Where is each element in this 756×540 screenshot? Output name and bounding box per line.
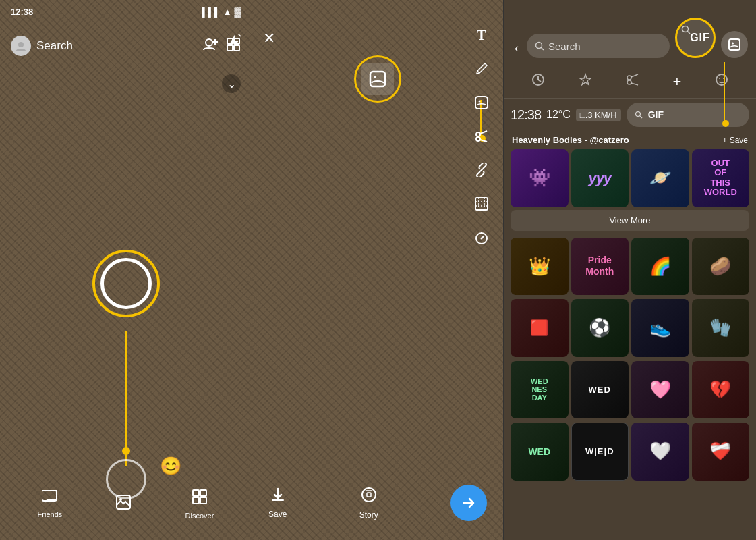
sticker-item[interactable]: 🪐 [631, 149, 689, 207]
save-icon [270, 487, 286, 507]
capture-ring-outer[interactable] [92, 250, 160, 317]
gif-search-bar[interactable]: GIF [627, 103, 749, 127]
timer-tool[interactable] [471, 227, 492, 248]
search-placeholder[interactable]: Search [548, 40, 581, 52]
discover-label: Discover [185, 512, 214, 520]
sticker-item[interactable]: 🟥 [511, 299, 569, 357]
sticker-item[interactable]: 🤍 [631, 423, 689, 481]
sticker-grid-2: 👑 PrideMonth 🌈 🥔 [511, 238, 749, 296]
sticker-item[interactable]: 🌈 [631, 238, 689, 296]
sticker-item[interactable]: WED [511, 423, 569, 481]
connector-line [125, 331, 127, 466]
sticker-content: Heavenly Bodies - @catzero + Save 👾 yyy … [504, 131, 756, 540]
tab-discover[interactable]: Discover [185, 489, 214, 520]
story-button[interactable]: Story [359, 486, 378, 520]
sticker-item[interactable]: 🥔 [692, 238, 750, 296]
sticker-item[interactable]: PrideMonth [571, 238, 629, 296]
flash-icon[interactable] [227, 34, 241, 53]
sticker-item[interactable]: ❤️‍🩹 [692, 423, 750, 481]
tab-plus[interactable]: + [667, 72, 687, 92]
svg-point-42 [536, 43, 542, 49]
link-tool[interactable] [471, 159, 492, 181]
middle-bottom-bar: Save Story [252, 479, 503, 540]
svg-line-24 [480, 169, 483, 171]
section-save[interactable]: + Save [722, 136, 748, 145]
svg-line-22 [480, 131, 487, 134]
sticker-icon[interactable] [361, 63, 394, 95]
time-sticker[interactable]: 12:38 [511, 107, 541, 123]
sticker-item[interactable]: 🧤 [692, 299, 750, 357]
sticker-tool[interactable] [471, 92, 492, 113]
friends-label: Friends [38, 510, 63, 518]
scissors-tool[interactable] [471, 126, 492, 147]
svg-rect-9 [42, 490, 57, 501]
sticker-item[interactable]: yyy [571, 149, 629, 207]
save-label: Save [268, 510, 287, 519]
emoji-button[interactable]: 😊 [160, 456, 181, 477]
svg-rect-13 [200, 490, 206, 496]
add-friend-icon[interactable] [203, 38, 218, 55]
search-box[interactable]: Search [527, 34, 670, 58]
sticker-grid-4: WEDNESDAY WED 🩷 💔 [511, 361, 749, 419]
view-more-button[interactable]: View More [511, 210, 749, 231]
svg-rect-14 [193, 497, 199, 504]
sticker-item[interactable]: 🩷 [631, 361, 689, 419]
speed-sticker[interactable]: □.3 KM/H [576, 109, 621, 122]
sticker-item[interactable]: WED [571, 361, 629, 419]
left-search-row[interactable]: Search [11, 36, 73, 56]
svg-point-20 [476, 132, 480, 136]
tab-scissors[interactable] [620, 70, 645, 92]
connector-dot [122, 447, 130, 455]
sticker-item[interactable]: ⚽ [571, 299, 629, 357]
sticker-grid-5: WED W|E|D 🤍 ❤️‍🩹 [511, 423, 749, 481]
down-arrow-btn[interactable]: ⌄ [222, 74, 241, 93]
svg-line-50 [538, 80, 541, 82]
discover-icon [192, 489, 208, 509]
svg-point-33 [481, 238, 483, 240]
sticker-item[interactable]: 👟 [631, 299, 689, 357]
svg-rect-18 [475, 97, 488, 109]
tab-smile[interactable] [709, 70, 734, 92]
pen-tool[interactable] [471, 58, 492, 80]
heavenly-bodies-section: Heavenly Bodies - @catzero + Save 👾 yyy … [511, 131, 749, 231]
svg-rect-16 [370, 72, 385, 86]
svg-rect-34 [272, 500, 284, 501]
tab-gallery[interactable] [115, 494, 132, 514]
capture-ring-inner [100, 258, 152, 309]
sticker-item[interactable]: 💔 [692, 361, 750, 419]
sticker-item[interactable]: OUTOFTHISWORLD [692, 149, 750, 207]
back-button[interactable]: ‹ [512, 38, 521, 58]
sticker-item[interactable]: 👾 [511, 149, 569, 207]
gif-button[interactable]: GIF [675, 18, 716, 58]
send-button[interactable] [450, 485, 487, 521]
sticker-item[interactable]: 👑 [511, 238, 569, 296]
avatar-icon[interactable] [11, 36, 31, 56]
tab-friends[interactable]: Friends [38, 490, 63, 518]
save-button[interactable]: Save [268, 487, 287, 519]
svg-point-17 [374, 76, 376, 78]
sticker-button[interactable] [721, 31, 748, 58]
svg-rect-15 [200, 497, 206, 504]
tab-star[interactable] [573, 70, 598, 92]
crop-tool[interactable] [471, 193, 492, 215]
svg-line-23 [480, 140, 487, 142]
search-label[interactable]: Search [36, 39, 73, 53]
story-label: Story [359, 510, 378, 520]
right-panel: ‹ Search GIF [504, 0, 756, 540]
close-button[interactable]: ✕ [263, 30, 275, 47]
connector-dot-right [722, 120, 729, 127]
text-tool[interactable]: T [471, 24, 492, 46]
story-icon [360, 486, 378, 508]
friends-icon [42, 490, 58, 508]
tab-clock[interactable] [526, 70, 550, 92]
gif-bar-label: GIF [648, 109, 664, 120]
sticker-item[interactable]: WEDNESDAY [511, 361, 569, 419]
time-weather-bar: 12:38 12°C □.3 KM/H GIF [504, 99, 756, 131]
sticker-item[interactable]: W|E|D [571, 423, 629, 481]
temp-sticker[interactable]: 12°C [546, 109, 571, 121]
section-header: Heavenly Bodies - @catzero + Save [511, 131, 749, 149]
left-panel: 12:38 ▌▌▌ ▲ ▓ Search [0, 0, 252, 540]
section-title: Heavenly Bodies - @catzero [512, 135, 629, 145]
svg-point-1 [206, 39, 212, 46]
gallery-icon [115, 494, 132, 514]
